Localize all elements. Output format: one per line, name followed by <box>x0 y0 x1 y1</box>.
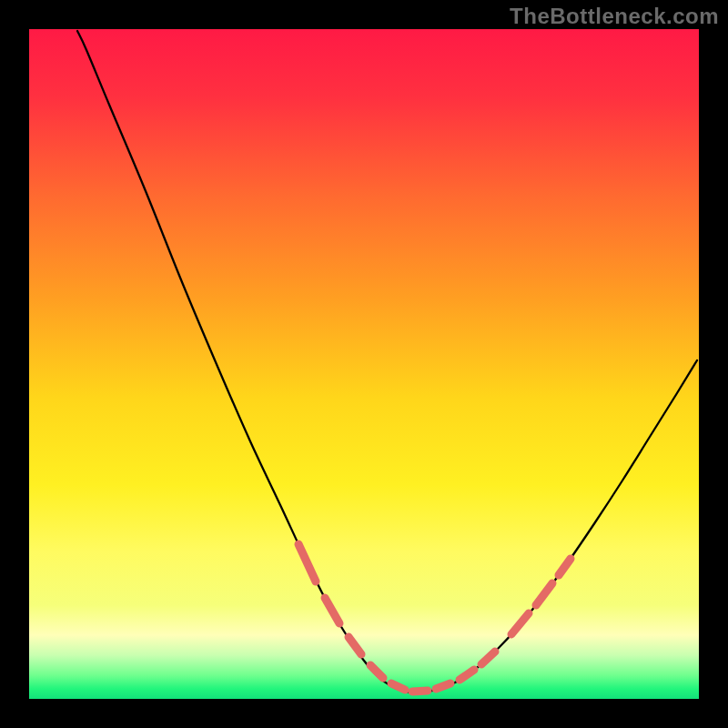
dash-segment <box>436 683 450 689</box>
chart-svg <box>0 0 728 728</box>
gradient-background <box>29 29 699 699</box>
chart-stage: TheBottleneck.com <box>0 0 728 728</box>
dash-segment <box>391 683 405 690</box>
watermark-text: TheBottleneck.com <box>510 4 719 29</box>
dash-segment <box>412 691 428 692</box>
